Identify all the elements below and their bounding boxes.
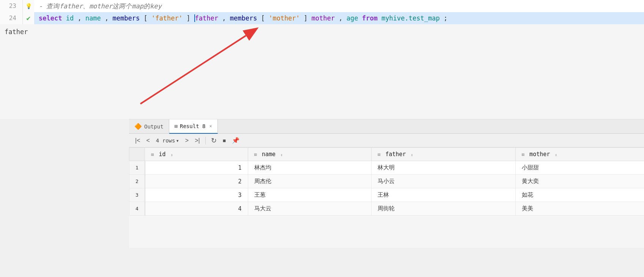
col-label-name: name (262, 151, 276, 158)
col-icon-father: ⊞ (378, 152, 380, 157)
cell-name: 王葱 (248, 188, 372, 202)
svg-line-1 (140, 36, 246, 104)
members-mother: members (230, 14, 257, 22)
cell-name: 周杰伦 (248, 175, 372, 188)
col-header-id[interactable]: ⊞ id ⇕ (145, 148, 248, 161)
col-label-mother: mother (529, 151, 550, 158)
last-page-button[interactable]: >| (192, 136, 202, 145)
tab-result-label: Result 8 (180, 123, 205, 129)
result-icon: ⊞ (175, 123, 178, 129)
cell-id: 3 (145, 188, 248, 202)
alias-father: father (195, 14, 218, 22)
alias-mother: mother (312, 14, 335, 22)
result-toolbar: |< < 4 rows ▾ > >| ↻ ■ 📌 (129, 134, 644, 147)
col-icon-name: ⊞ (254, 152, 257, 157)
tab-close-icon[interactable]: × (209, 124, 212, 129)
row-num-cell: 3 (129, 188, 145, 202)
dropdown-icon[interactable]: ▾ (176, 138, 179, 144)
col-id: id (66, 14, 74, 22)
table-header-row: ⊞ id ⇕ ⊞ name ⇕ ⊞ father ⇕ (129, 148, 644, 161)
bulb-icon: 💡 (25, 0, 32, 12)
row-num-cell: 4 (129, 202, 145, 216)
cell-name: 林杰均 (248, 161, 372, 175)
col-label-father: father (385, 151, 406, 158)
annotation-father-text: father (5, 28, 28, 36)
row-num-cell: 1 (129, 161, 145, 175)
col-header-name[interactable]: ⊞ name ⇕ (248, 148, 372, 161)
sort-icon-name[interactable]: ⇕ (280, 153, 283, 157)
cell-mother: 如花 (515, 188, 644, 202)
table-row[interactable]: 33王葱王林如花29 (129, 188, 644, 202)
cell-father: 马小云 (372, 175, 516, 188)
row-num-cell: 2 (129, 175, 145, 188)
sort-icon-mother[interactable]: ⇕ (555, 153, 557, 157)
table-row[interactable]: 11林杰均林大明小甜甜28 (129, 161, 644, 175)
table-ref: myhive.test_map (381, 14, 440, 22)
cell-id: 1 (145, 161, 248, 175)
str-father: 'father' (151, 14, 183, 22)
keyword-select: select (39, 14, 62, 22)
output-panel: 🔶 Output ⊞ Result 8 × |< < 4 rows ▾ > >|… (129, 119, 644, 248)
result-table: ⊞ id ⇕ ⊞ name ⇕ ⊞ father ⇕ (129, 147, 644, 216)
separator-1 (205, 137, 206, 144)
line-number-24: 24 (0, 12, 23, 24)
check-icon: ✔ (27, 12, 31, 24)
tab-result8[interactable]: ⊞ Result 8 × (169, 119, 218, 134)
sort-icon-father[interactable]: ⇕ (411, 153, 413, 157)
keyword-from: from (362, 14, 378, 22)
cell-mother: 黄大奕 (515, 175, 644, 188)
col-label-id: id (159, 151, 166, 158)
line-gutter-23: 💡 (23, 0, 34, 12)
comment-text: - 查询father、mother这两个map的key (39, 2, 162, 10)
output-tabs: 🔶 Output ⊞ Result 8 × (129, 119, 644, 134)
row-num-header (129, 148, 145, 161)
stop-button[interactable]: ■ (220, 137, 228, 144)
cell-father: 周街轮 (372, 202, 516, 216)
cell-id: 4 (145, 202, 248, 216)
col-name-ref: name (85, 14, 101, 22)
line-content-24[interactable]: select id , name , members [ 'father' ] … (34, 12, 644, 24)
col-icon-id: ⊞ (151, 152, 154, 157)
row-count-text: 4 rows (156, 138, 175, 144)
col-age: age (346, 14, 358, 22)
table-row[interactable]: 44马大云周街轮美美26 (129, 202, 644, 216)
table-row[interactable]: 22周杰伦马小云黄大奕22 (129, 175, 644, 188)
output-icon: 🔶 (134, 123, 142, 130)
refresh-button[interactable]: ↻ (209, 136, 219, 146)
str-mother: 'mother' (269, 14, 300, 22)
tab-output-label: Output (144, 124, 164, 130)
first-page-button[interactable]: |< (133, 136, 143, 145)
line-gutter-24: ✔ (23, 12, 34, 24)
cell-father: 林大明 (372, 161, 516, 175)
line-content-23: - 查询father、mother这两个map的key (34, 0, 644, 12)
next-page-button[interactable]: > (183, 136, 191, 145)
members-father: members (113, 14, 140, 22)
col-header-mother[interactable]: ⊞ mother ⇕ (515, 148, 644, 161)
editor-area: 23 💡 - 查询father、mother这两个map的key 24 ✔ se… (0, 0, 644, 24)
line-number-23: 23 (0, 0, 23, 12)
col-header-father[interactable]: ⊞ father ⇕ (372, 148, 516, 161)
pin-button[interactable]: 📌 (230, 136, 242, 145)
cell-mother: 美美 (515, 202, 644, 216)
cell-id: 2 (145, 175, 248, 188)
cell-mother: 小甜甜 (515, 161, 644, 175)
cell-name: 马大云 (248, 202, 372, 216)
sort-icon-id[interactable]: ⇕ (171, 153, 173, 157)
code-line-23: 23 💡 - 查询father、mother这两个map的key (0, 0, 644, 12)
col-icon-mother: ⊞ (522, 152, 524, 157)
data-table-container: ⊞ id ⇕ ⊞ name ⇕ ⊞ father ⇕ (129, 147, 644, 216)
cell-father: 王林 (372, 188, 516, 202)
row-count-display: 4 rows ▾ (154, 138, 181, 144)
annotation-area: father (0, 24, 644, 119)
tab-output[interactable]: 🔶 Output (129, 119, 169, 134)
table-body: 11林杰均林大明小甜甜2822周杰伦马小云黄大奕2233王葱王林如花2944马大… (129, 161, 644, 216)
prev-page-button[interactable]: < (144, 136, 152, 145)
red-arrow (0, 24, 644, 119)
code-line-24: 24 ✔ select id , name , members [ 'fathe… (0, 12, 644, 24)
